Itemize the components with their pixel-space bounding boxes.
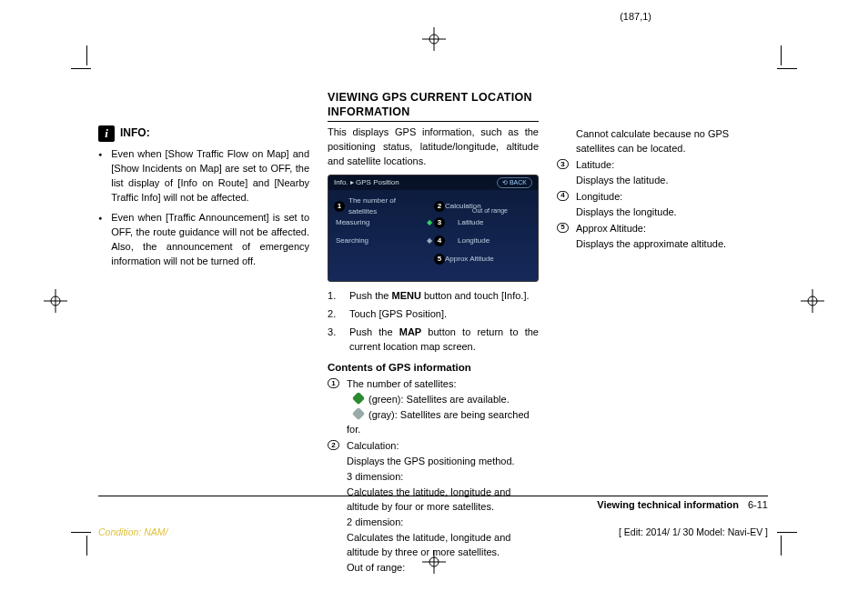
screenshot-label: Longitude xyxy=(436,235,530,246)
gps-screenshot: Info. ▸ GPS Position ⟲ BACK 1 The number… xyxy=(328,175,539,282)
registration-mark-icon xyxy=(422,27,446,51)
item-title: The number of satellites: xyxy=(347,377,539,392)
circled-4-icon: 4 xyxy=(557,191,569,201)
content-area: i INFO: Even when [Show Traffic Flow on … xyxy=(98,91,768,516)
list-item: Cannot calculate because no GPS satellit… xyxy=(557,127,768,156)
screenshot-label: Latitude xyxy=(436,217,530,228)
info-label: INFO: xyxy=(120,125,150,141)
step-text: Touch [GPS Position]. xyxy=(349,307,447,322)
item-title: Latitude: xyxy=(576,158,768,173)
item-title: Longitude: xyxy=(576,190,768,205)
item-text: Displays the longitude. xyxy=(576,205,768,220)
circled-5-icon: 5 xyxy=(557,223,569,233)
back-label: BACK xyxy=(510,179,527,185)
info-bullet-list: Even when [Show Traffic Flow on Map] and… xyxy=(98,147,309,269)
footer: Viewing technical information 6-11 [ Edi… xyxy=(98,496,768,537)
item-text: Displays the latitude. xyxy=(576,174,768,188)
crop-mark xyxy=(781,49,801,69)
column-1: i INFO: Even when [Show Traffic Flow on … xyxy=(98,91,309,516)
footer-edit-info: [ Edit: 2014/ 1/ 30 Model: Navi-EV ] xyxy=(98,526,768,537)
back-button-icon: ⟲ BACK xyxy=(497,177,532,188)
circled-3-icon: 3 xyxy=(557,159,569,169)
screenshot-title: Info. ▸ GPS Position xyxy=(334,177,399,188)
screenshot-label: Out of range xyxy=(336,206,530,215)
step-text: Push the xyxy=(349,290,391,301)
step-bold: MENU xyxy=(391,290,420,301)
circled-1-icon: 1 xyxy=(328,378,339,388)
list-item: 3 Latitude: Displays the latitude. xyxy=(557,158,768,188)
page-coordinate: (187,1) xyxy=(620,11,651,22)
intro-text: This displays GPS information, such as t… xyxy=(328,125,539,169)
footer-page-number: 6-11 xyxy=(748,499,768,510)
item-title: Approx Altitude: xyxy=(576,222,768,236)
item-text: Displays the GPS positioning method. xyxy=(347,455,539,469)
step-item: Touch [GPS Position]. xyxy=(328,307,539,322)
step-item: Push the MENU button and touch [Info.]. xyxy=(328,289,539,304)
step-text: Push the xyxy=(349,326,399,337)
steps-list: Push the MENU button and touch [Info.]. … xyxy=(328,289,539,355)
crop-mark xyxy=(67,532,87,552)
callout-4-icon: 4 xyxy=(434,235,445,246)
bullet-text: Even when [Traffic Announcement] is set … xyxy=(111,211,309,269)
registration-mark-icon xyxy=(801,289,824,313)
info-icon: i xyxy=(98,125,115,142)
satellite-gray-icon xyxy=(352,407,365,420)
list-item: Even when [Show Traffic Flow on Map] and… xyxy=(98,147,309,205)
callout-5-icon: 5 xyxy=(434,254,445,265)
item-title: Calculation: xyxy=(347,439,539,454)
screenshot-topbar: Info. ▸ GPS Position ⟲ BACK xyxy=(328,175,538,190)
crop-mark xyxy=(67,49,87,69)
gps-contents-list-cont: Cannot calculate because no GPS satellit… xyxy=(557,127,768,252)
info-heading: i INFO: xyxy=(98,125,309,142)
screenshot-label: Measuring xyxy=(336,217,423,228)
list-item: Even when [Traffic Announcement] is set … xyxy=(98,211,309,269)
list-item: 1 The number of satellites: (green): Sat… xyxy=(328,377,539,437)
item-text: Displays the approximate altitude. xyxy=(576,237,768,252)
gps-contents-list: 1 The number of satellites: (green): Sat… xyxy=(328,377,539,575)
item-text: (green): Satellites are available. xyxy=(368,394,510,405)
column-2: VIEWING GPS CURRENT LOCATION INFORMATION… xyxy=(328,91,539,516)
registration-mark-icon xyxy=(44,289,67,313)
satellite-green-icon xyxy=(352,392,365,405)
item-text: Cannot calculate because no GPS satellit… xyxy=(576,127,768,156)
screenshot-label: Searching xyxy=(336,235,423,246)
crop-mark xyxy=(781,532,801,552)
list-item: 5 Approx Altitude: Displays the approxim… xyxy=(557,222,768,252)
step-text: button and touch [Info.]. xyxy=(421,290,530,301)
column-3: Cannot calculate because no GPS satellit… xyxy=(557,91,768,516)
step-bold: MAP xyxy=(399,326,421,337)
list-item: 4 Longitude: Displays the longitude. xyxy=(557,190,768,220)
bullet-text: Even when [Show Traffic Flow on Map] and… xyxy=(111,147,309,205)
step-item: Push the MAP button to return to the cur… xyxy=(328,326,539,355)
circled-2-icon: 2 xyxy=(328,440,339,450)
condition-label: Condition: NAM/ xyxy=(98,526,167,537)
footer-section: Viewing technical information xyxy=(597,499,739,510)
footer-separator xyxy=(98,496,768,496)
item-text: (gray): Satellites are being searched fo… xyxy=(347,409,530,435)
section-title: VIEWING GPS CURRENT LOCATION INFORMATION xyxy=(328,91,539,122)
item-text: Out of range: xyxy=(347,561,539,576)
subheading: Contents of GPS information xyxy=(328,360,539,376)
item-text: 3 dimension: xyxy=(347,470,539,485)
callout-3-icon: 3 xyxy=(434,217,445,228)
